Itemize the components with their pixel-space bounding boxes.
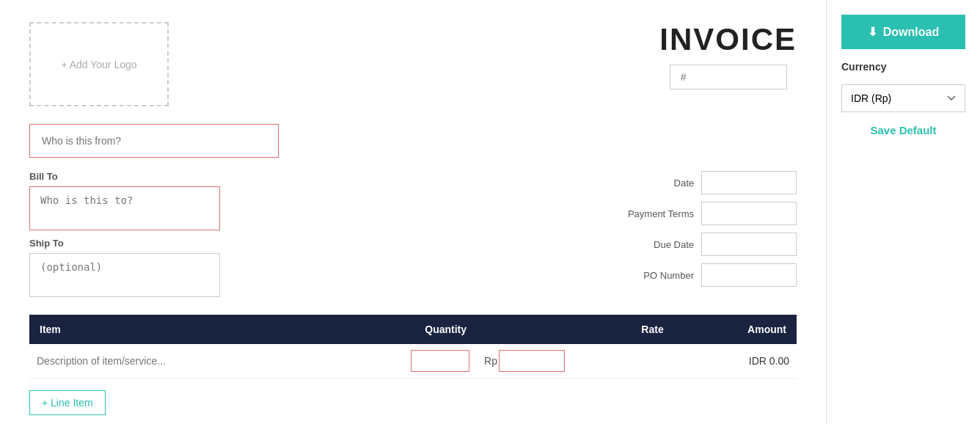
add-logo-label: + Add Your Logo	[61, 59, 136, 70]
rate-cell: Rp	[477, 344, 674, 379]
currency-label: Currency	[841, 61, 886, 73]
date-row: Date	[613, 171, 797, 194]
description-input[interactable]	[37, 355, 318, 367]
quantity-input[interactable]	[411, 350, 469, 372]
date-input[interactable]	[701, 171, 797, 194]
table-row: Rp IDR 0.00	[29, 344, 797, 379]
sidebar: ⬇ Download Currency IDR (Rp) USD ($) EUR…	[826, 0, 980, 424]
currency-select-wrapper: IDR (Rp) USD ($) EUR (€) GBP (£) JPY (¥)	[841, 84, 965, 112]
middle-section: Bill To Ship To Date Payment Terms Due D…	[29, 171, 797, 297]
rate-prefix: Rp	[484, 355, 497, 367]
date-label: Date	[613, 178, 694, 189]
invoice-number-input[interactable]	[670, 65, 787, 89]
download-label: Download	[883, 26, 939, 39]
from-input[interactable]	[29, 124, 279, 158]
header-row: + Add Your Logo INVOICE	[29, 22, 797, 106]
table-header-row: Item Quantity Rate Amount	[29, 315, 797, 344]
ship-to-input[interactable]	[29, 253, 220, 297]
po-number-input[interactable]	[701, 263, 797, 287]
left-middle: Bill To Ship To	[29, 171, 220, 297]
quantity-cell	[325, 344, 477, 379]
save-default-label: Save Default	[870, 124, 936, 136]
download-icon: ⬇	[868, 25, 877, 39]
due-date-label: Due Date	[613, 239, 694, 250]
po-number-label: PO Number	[613, 270, 694, 281]
download-button[interactable]: ⬇ Download	[841, 15, 965, 49]
save-default-button[interactable]: Save Default	[870, 124, 936, 136]
description-cell	[29, 344, 325, 379]
rate-header: Rate	[477, 315, 674, 344]
main-area: + Add Your Logo INVOICE Bill To Ship To …	[0, 0, 826, 424]
amount-cell: IDR 0.00	[674, 344, 797, 379]
bill-to-input[interactable]	[29, 186, 220, 230]
amount-header: Amount	[674, 315, 797, 344]
item-header: Item	[29, 315, 325, 344]
due-date-row: Due Date	[613, 233, 797, 256]
quantity-header: Quantity	[325, 315, 477, 344]
payment-terms-input[interactable]	[701, 202, 797, 225]
payment-terms-label: Payment Terms	[613, 208, 694, 219]
currency-select[interactable]: IDR (Rp) USD ($) EUR (€) GBP (£) JPY (¥)	[841, 84, 965, 112]
invoice-table: Item Quantity Rate Amount Rp	[29, 315, 797, 379]
from-field	[29, 124, 797, 158]
ship-to-label: Ship To	[29, 238, 220, 249]
bill-to-section: Bill To	[29, 171, 220, 230]
due-date-input[interactable]	[701, 233, 797, 256]
bill-to-label: Bill To	[29, 171, 220, 182]
add-line-item-button[interactable]: + Line Item	[29, 390, 106, 415]
logo-upload-area[interactable]: + Add Your Logo	[29, 22, 169, 106]
ship-to-section: Ship To	[29, 238, 220, 297]
invoice-title-area: INVOICE	[659, 22, 797, 89]
po-number-row: PO Number	[613, 263, 797, 287]
payment-terms-row: Payment Terms	[613, 202, 797, 225]
add-line-item-label: + Line Item	[42, 397, 93, 409]
invoice-title: INVOICE	[659, 22, 797, 57]
right-fields: Date Payment Terms Due Date PO Number	[613, 171, 797, 297]
rate-input[interactable]	[499, 350, 565, 372]
